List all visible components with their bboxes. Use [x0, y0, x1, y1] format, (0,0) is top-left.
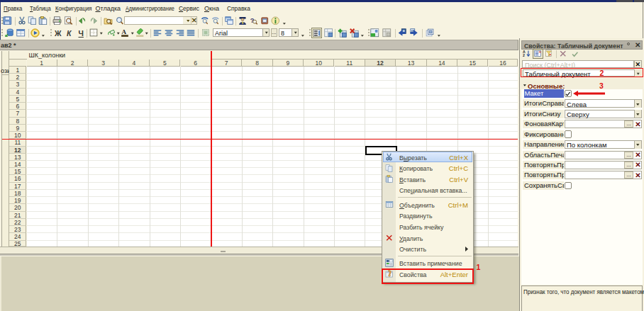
svg-text:2: 2 [523, 53, 525, 57]
svg-text:A: A [122, 28, 127, 35]
